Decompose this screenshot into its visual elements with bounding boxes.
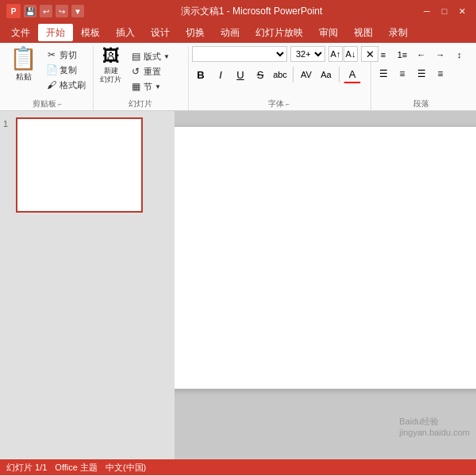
alignment-row: ☰ ≡ ☰ ≡ — [374, 65, 449, 83]
clipboard-group-label: 剪贴板 ⌐ — [6, 98, 88, 110]
font-divider2 — [339, 67, 340, 83]
paste-label[interactable]: 粘贴 — [16, 71, 32, 83]
paste-button[interactable]: 📋 — [6, 46, 40, 71]
ribbon: 📋 粘贴 ✂ 剪切 📄 复制 🖌 格式刷 剪 — [0, 43, 476, 111]
section-dropdown-icon: ▼ — [155, 83, 161, 90]
menu-home[interactable]: 开始 — [38, 24, 73, 41]
italic-button[interactable]: I — [212, 66, 229, 83]
menu-review[interactable]: 审阅 — [311, 24, 346, 41]
decrease-indent-button[interactable]: ← — [413, 46, 430, 63]
reset-label: 重置 — [144, 66, 161, 78]
menu-view[interactable]: 视图 — [346, 24, 381, 41]
font-group-label: 字体 ⌐ — [192, 98, 366, 110]
undo-button[interactable]: ↩ — [40, 5, 52, 17]
align-center-button[interactable]: ≡ — [393, 65, 411, 83]
increase-font-size-button[interactable]: A↑ — [328, 46, 343, 62]
justify-button[interactable]: ≡ — [432, 65, 449, 83]
align-left-button[interactable]: ☰ — [374, 65, 392, 83]
cut-label: 剪切 — [60, 49, 77, 61]
menu-template[interactable]: 模板 — [73, 24, 108, 41]
line-spacing-button[interactable]: ↕ — [451, 46, 468, 63]
theme-info: Office 主题 — [55, 462, 98, 474]
new-slide-label: 新建幻灯片 — [100, 67, 121, 84]
strikethrough-button[interactable]: S — [251, 66, 269, 83]
section-button[interactable]: ▦ 节 ▼ — [128, 79, 172, 94]
font-name-select[interactable] — [192, 46, 287, 62]
font-content: 32+ A↑ A↓ ✕ B I U S abc AV Aa A — [192, 46, 366, 98]
main-area: 1 Baidu经验jingyan.baidu.com — [0, 111, 476, 459]
app-icon: P — [6, 4, 21, 18]
menu-animations[interactable]: 动画 — [213, 24, 248, 41]
copy-label: 复制 — [60, 64, 77, 76]
ribbon-group-font: 32+ A↑ A↓ ✕ B I U S abc AV Aa A — [189, 46, 371, 110]
unordered-list-button[interactable]: ≡ — [374, 46, 392, 63]
new-slide-button[interactable]: 🖼 新建幻灯片 — [97, 46, 125, 86]
cut-icon: ✂ — [46, 49, 57, 60]
layout-dropdown-icon: ▼ — [163, 53, 170, 60]
save-button[interactable]: 💾 — [24, 5, 36, 17]
font-size-select[interactable]: 32+ — [290, 46, 325, 62]
window-controls: ─ □ ✕ — [419, 4, 470, 18]
change-case-button[interactable]: Aa — [317, 66, 335, 83]
title-bar-left-controls: P 💾 ↩ ↪ ▼ — [6, 4, 84, 18]
reset-icon: ↺ — [130, 66, 141, 77]
underline-button[interactable]: U — [232, 66, 249, 83]
close-button[interactable]: ✕ — [454, 4, 470, 18]
slides-group-label: 幻灯片 — [97, 98, 183, 110]
new-slide-icon: 🖼 — [102, 48, 120, 65]
paste-icon: 📋 — [10, 48, 37, 70]
layout-button[interactable]: ▤ 版式 ▼ — [128, 49, 172, 63]
menu-record[interactable]: 录制 — [381, 24, 416, 41]
section-icon: ▦ — [130, 81, 141, 92]
window-title: 演示文稿1 - Microsoft PowerPoint — [89, 5, 414, 18]
paragraph-top-row: ≡ 1≡ ← → ↕ — [374, 46, 468, 63]
menu-slideshow[interactable]: 幻灯片放映 — [248, 24, 311, 41]
shadow-button[interactable]: abc — [271, 66, 289, 83]
font-expander[interactable]: ⌐ — [286, 101, 290, 108]
paragraph-content: ≡ 1≡ ← → ↕ ☰ ≡ ☰ ≡ — [374, 46, 468, 98]
cut-button[interactable]: ✂ 剪切 — [44, 48, 88, 62]
slide-thumb-1[interactable] — [16, 117, 143, 213]
char-spacing-button[interactable]: AV — [298, 66, 315, 83]
slide-info: 幻灯片 1/1 — [6, 462, 47, 474]
format-painter-button[interactable]: 🖌 格式刷 — [44, 78, 88, 92]
menu-transitions[interactable]: 切换 — [178, 24, 213, 41]
ribbon-group-slides: 🖼 新建幻灯片 ▤ 版式 ▼ ↺ 重置 ▦ 节 ▼ — [94, 46, 189, 110]
font-bottom-row: B I U S abc AV Aa A — [192, 66, 361, 83]
maximize-button[interactable]: □ — [436, 4, 452, 18]
ribbon-group-clipboard: 📋 粘贴 ✂ 剪切 📄 复制 🖌 格式刷 剪 — [3, 46, 94, 110]
redo-button[interactable]: ↪ — [56, 5, 68, 17]
font-color-button[interactable]: A — [344, 66, 361, 83]
language-info: 中文(中国) — [106, 462, 146, 474]
section-label: 节 — [144, 81, 152, 93]
slide-thumb-1-container: 1 — [3, 117, 171, 213]
font-size-buttons: A↑ A↓ — [328, 46, 358, 62]
format-painter-icon: 🖌 — [46, 79, 57, 90]
title-bar: P 💾 ↩ ↪ ▼ 演示文稿1 - Microsoft PowerPoint ─… — [0, 0, 476, 22]
status-bar: 幻灯片 1/1 Office 主题 中文(中国) — [0, 459, 476, 475]
clipboard-small-buttons: ✂ 剪切 📄 复制 🖌 格式刷 — [44, 46, 88, 92]
layout-label: 版式 — [144, 51, 161, 63]
ordered-list-button[interactable]: 1≡ — [393, 46, 411, 63]
copy-icon: 📄 — [46, 64, 57, 75]
reset-button[interactable]: ↺ 重置 — [128, 64, 172, 79]
menu-file[interactable]: 文件 — [3, 24, 38, 41]
quick-access-more-button[interactable]: ▼ — [71, 5, 84, 17]
watermark: Baidu经验jingyan.baidu.com — [399, 416, 470, 437]
slides-content: 🖼 新建幻灯片 ▤ 版式 ▼ ↺ 重置 ▦ 节 ▼ — [97, 46, 183, 98]
bold-button[interactable]: B — [192, 66, 209, 83]
canvas-area[interactable] — [175, 111, 476, 459]
slide-canvas[interactable] — [175, 127, 476, 389]
clipboard-content: 📋 粘贴 ✂ 剪切 📄 复制 🖌 格式刷 — [6, 46, 88, 98]
font-divider — [293, 67, 294, 83]
minimize-button[interactable]: ─ — [419, 4, 435, 18]
paragraph-group-label: 段落 — [374, 98, 468, 110]
align-right-button[interactable]: ☰ — [413, 65, 430, 83]
menu-bar: 文件 开始 模板 插入 设计 切换 动画 幻灯片放映 审阅 视图 录制 — [0, 22, 476, 43]
clipboard-expander[interactable]: ⌐ — [58, 101, 62, 108]
menu-design[interactable]: 设计 — [143, 24, 178, 41]
menu-insert[interactable]: 插入 — [108, 24, 143, 41]
decrease-font-size-button[interactable]: A↓ — [344, 46, 358, 62]
copy-button[interactable]: 📄 复制 — [44, 63, 88, 77]
increase-indent-button[interactable]: → — [432, 46, 449, 63]
